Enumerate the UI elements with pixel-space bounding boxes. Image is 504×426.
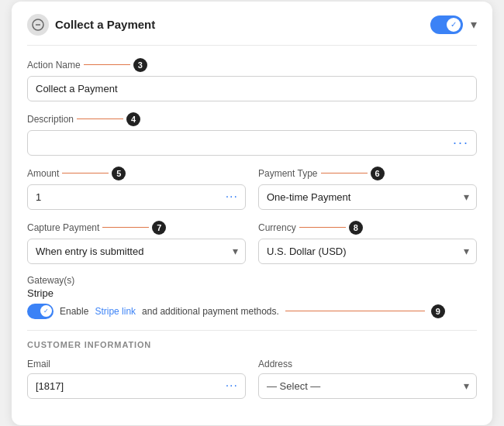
amount-input-wrapper: ··· [27,184,246,210]
stripe-link-toggle[interactable]: ✓ [27,304,54,319]
label-line [62,173,109,173]
email-more-icon[interactable]: ··· [226,379,238,393]
action-name-label: Action Name 3 [27,58,477,72]
badge-3: 3 [133,58,147,72]
enable-text-pre: Enable [60,306,88,317]
badge-6: 6 [371,167,385,180]
gateway-name: Stripe [27,287,477,299]
action-name-input[interactable] [27,76,477,101]
stripe-link[interactable]: Stripe link [95,306,136,317]
header-left: Collect a Payment [27,14,155,36]
currency-field: Currency 8 U.S. Dollar (USD) [258,221,477,264]
action-name-input-wrapper [27,76,477,101]
card-header: Collect a Payment ✓ ▾ [27,14,477,46]
customer-info-heading: CUSTOMER INFORMATION [27,330,477,349]
collapse-chevron[interactable]: ▾ [471,17,477,32]
enable-text-post: and additional payment methods. [142,306,279,317]
amount-payment-row: Amount 5 ··· Payment Type 6 One-time Pay… [27,167,477,210]
email-input-wrapper: ··· [27,373,246,399]
badge-7: 7 [152,221,166,235]
address-field: Address — Select — [258,359,477,399]
description-input[interactable] [27,130,477,156]
payment-type-select[interactable]: One-time Payment [258,184,477,210]
toggle-knob: ✓ [447,18,461,32]
payment-icon [27,14,49,36]
capture-select[interactable]: When entry is submitted [27,239,246,264]
label-line [102,227,149,228]
label-line [84,64,130,65]
badge-4: 4 [126,112,140,126]
badge-9: 9 [431,304,445,318]
capture-field: Capture Payment 7 When entry is submitte… [27,221,246,264]
capture-currency-row: Capture Payment 7 When entry is submitte… [27,221,477,264]
address-select-wrapper: — Select — [258,373,477,399]
email-address-row: Email ··· Address — Select — [27,359,477,399]
description-label: Description 4 [27,112,477,126]
enable-line [285,311,425,311]
payment-card: Collect a Payment ✓ ▾ Action Name 3 Desc… [12,2,492,425]
email-field: Email ··· [27,359,246,399]
card-title: Collect a Payment [55,18,155,31]
currency-select-wrapper: U.S. Dollar (USD) [258,239,477,264]
email-input[interactable] [27,373,246,399]
header-right: ✓ ▾ [430,15,477,34]
currency-select[interactable]: U.S. Dollar (USD) [258,239,477,264]
amount-label: Amount 5 [27,167,246,180]
action-name-field: Action Name 3 [27,58,477,101]
capture-label: Capture Payment 7 [27,221,246,235]
capture-select-wrapper: When entry is submitted [27,239,246,264]
currency-label: Currency 8 [258,221,477,235]
gateway-section-label: Gateway(s) [27,275,477,286]
description-field: Description 4 ··· [27,112,477,156]
label-line [77,119,123,119]
address-select[interactable]: — Select — [258,373,477,399]
address-label: Address [258,359,477,369]
email-label: Email [27,359,246,369]
enable-row: ✓ Enable Stripe link and additional paym… [27,304,477,319]
gateway-section: Gateway(s) Stripe ✓ Enable Stripe link a… [27,275,477,319]
label-line [299,227,346,228]
amount-field: Amount 5 ··· [27,167,246,210]
stripe-toggle-knob: ✓ [40,305,52,317]
amount-more-icon[interactable]: ··· [226,190,238,204]
enable-toggle[interactable]: ✓ [430,15,463,34]
payment-type-field: Payment Type 6 One-time Payment [258,167,477,210]
payment-type-label: Payment Type 6 [258,167,477,180]
amount-input[interactable] [27,184,246,210]
description-more-icon[interactable]: ··· [453,135,469,151]
payment-type-select-wrapper: One-time Payment [258,184,477,210]
badge-8: 8 [349,221,363,235]
description-input-wrapper: ··· [27,130,477,156]
badge-5: 5 [112,167,126,180]
label-line [321,173,368,173]
